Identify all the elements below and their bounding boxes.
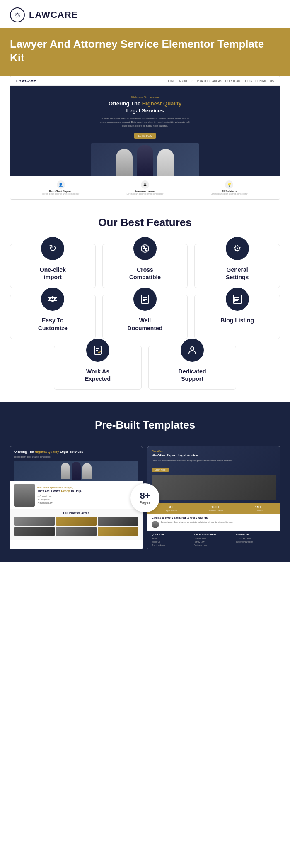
- nav-link-blog: BLOG: [244, 80, 252, 83]
- tpl-stat-advisors: 3+ Legal Advisor: [165, 505, 177, 512]
- tpl-footer-email: info@lawcare.com: [236, 540, 276, 544]
- tpl-practice-img-6: [98, 527, 138, 536]
- support-sub: Lorem ipsum dolor sit amet, consectetur: [42, 193, 79, 195]
- tpl-advice-title: We Offer Expert Legal Advice.: [152, 454, 276, 458]
- tpl-test-text: Lorem ipsum dolor sit amet consectetur a…: [161, 521, 233, 524]
- well-documented-label: WellDocumented: [109, 317, 182, 332]
- tpl-practice-title: Our Practice Areas: [14, 512, 138, 514]
- prebuilt-title: Pre-Built Templates: [10, 419, 280, 432]
- template-card-right: About Us We Offer Expert Legal Advice. L…: [147, 446, 280, 549]
- preview-nav-links: HOME ABOUT US PRACTICE AREAS OUR TEAM BL…: [167, 80, 274, 83]
- hero-band: Lawyer And Attorney Service Elementor Te…: [0, 28, 290, 76]
- tpl-stats-bar: 3+ Legal Advisor 150+ Satisfied Clients …: [147, 503, 280, 514]
- one-click-label: One-clickimport: [16, 266, 89, 281]
- tpl-practice-img-4: [14, 527, 55, 536]
- nav-link-contact: CONTACT US: [255, 80, 274, 83]
- lawyer-sub: Lorem ipsum dolor sit amet, consectetur: [127, 193, 164, 195]
- well-documented-icon: [133, 288, 157, 311]
- nav-link-practice: PRACTICE AREAS: [197, 80, 222, 83]
- preview-logo: LAWCARE: [16, 79, 36, 83]
- tpl-footer-link-criminal: Criminal Law: [194, 537, 234, 540]
- tpl-person-3: [82, 463, 92, 479]
- tpl-learn-more-btn[interactable]: Learn More: [152, 468, 169, 472]
- features-row-3: Work AsExpected DedicatedSupport: [54, 346, 236, 390]
- tpl-footer-phone: +1 234 567 890: [236, 537, 276, 540]
- tpl-left-hero: Offering The Highest Quality Legal Servi…: [10, 446, 143, 481]
- tpl-hero-sub: Lorem ipsum dolor sit amet consectetur.: [14, 456, 138, 458]
- bottom-item-lawyer: ⚖ Awesome Lawyer Lorem ipsum dolor sit a…: [127, 180, 164, 195]
- tpl-stat-clients: 150+ Satisfied Clients: [208, 505, 223, 512]
- feature-work-as-expected: Work AsExpected: [54, 346, 142, 390]
- tpl-hero-image: [14, 461, 138, 481]
- pages-label: Pages: [140, 500, 151, 505]
- tpl-footer-grid: Quick Link Home About Us Practice Areas …: [152, 533, 276, 547]
- preview-hero-image: [91, 143, 199, 176]
- nav-link-team: OUR TEAM: [225, 80, 241, 83]
- features-title: Our Best Features: [10, 216, 280, 229]
- tpl-lawyer-text: We Have Experienced Lawyer, They Are Alw…: [37, 486, 82, 504]
- cross-compatible-label: CrossCompatible: [109, 266, 182, 281]
- tpl-footer-title-3: Contact Us: [236, 533, 276, 536]
- tpl-practice-img-3: [98, 517, 138, 526]
- blog-listing-label: Blog Listing: [201, 317, 274, 324]
- tpl-footer-link-home: Home: [152, 537, 191, 540]
- tpl-test-row: Lorem ipsum dolor sit amet consectetur a…: [152, 521, 276, 528]
- tpl-footer-col-1: Quick Link Home About Us Practice Areas: [152, 533, 191, 547]
- pages-badge: 8+ Pages: [130, 483, 160, 512]
- tpl-footer-link-practice: Practice Areas: [152, 544, 191, 547]
- tpl-practice-img-1: [14, 517, 55, 526]
- tpl-about-section: About Us We Offer Expert Legal Advice. L…: [147, 446, 280, 503]
- person-3: [157, 149, 174, 176]
- tpl-lawyer-subtitle: We Have Experienced Lawyer,: [37, 486, 82, 489]
- header: ⚖ LAWCARE: [0, 0, 290, 28]
- features-section: Our Best Features ↻ One-clickimport Cros…: [0, 200, 290, 402]
- tpl-person-1: [61, 463, 70, 479]
- svg-point-1: [143, 246, 145, 248]
- tpl-lawyer-title: They Are Always Ready To Help.: [37, 490, 82, 493]
- tpl-stat-locations: 19+ Locations: [254, 505, 262, 512]
- tpl-stat-locations-label: Locations: [254, 509, 262, 512]
- preview-bottom-bar: 👤 Best Client Support Lorem ipsum dolor …: [10, 176, 280, 199]
- dedicated-support-label: DedicatedSupport: [155, 368, 230, 383]
- feature-one-click: ↻ One-clickimport: [10, 244, 96, 288]
- feature-well-documented: WellDocumented: [102, 295, 188, 339]
- feature-easy-customize: Easy ToCustomize: [10, 295, 96, 339]
- tpl-footer-col-3: Contact Us +1 234 567 890 info@lawcare.c…: [236, 533, 276, 547]
- preview-hero-sub: Ut enim ad minim veniam, quis nostrud ex…: [99, 117, 191, 127]
- general-settings-icon: ⚙: [226, 237, 249, 260]
- feature-blog-listing: Blog Listing: [194, 295, 280, 339]
- tpl-lawyer-section: We Have Experienced Lawyer, They Are Alw…: [10, 481, 143, 509]
- features-row-1: ↻ One-clickimport CrossCompatible ⚙ Gene…: [10, 244, 280, 288]
- tpl-testimonial: Clients are very satisfied to work with …: [147, 514, 280, 531]
- tpl-stat-locations-num: 19+: [254, 505, 262, 509]
- svg-point-3: [49, 298, 51, 300]
- tpl-test-title: Clients are very satisfied to work with …: [152, 516, 276, 519]
- general-settings-label: GeneralSettings: [201, 266, 274, 281]
- tpl-practice-img-5: [56, 527, 97, 536]
- svg-point-18: [234, 299, 235, 300]
- preview-cta-btn[interactable]: LET'S TALK: [134, 133, 156, 139]
- site-preview: LAWCARE HOME ABOUT US PRACTICE AREAS OUR…: [10, 76, 280, 200]
- svg-point-2: [145, 249, 147, 251]
- tpl-about-label: About Us: [152, 450, 276, 452]
- nav-link-about: ABOUT US: [179, 80, 194, 83]
- tpl-practice-section: Our Practice Areas: [10, 509, 143, 540]
- templates-container: Offering The Highest Quality Legal Servi…: [10, 446, 280, 549]
- person-1: [116, 149, 133, 176]
- one-click-icon: ↻: [41, 237, 64, 260]
- tpl-advice-text: Lorem ipsum dolor sit amet consectetur a…: [152, 459, 276, 462]
- tpl-stat-clients-label: Satisfied Clients: [208, 509, 223, 512]
- easy-customize-icon: [41, 288, 64, 311]
- feature-general-settings: ⚙ GeneralSettings: [194, 244, 280, 288]
- tpl-practice-row1: [14, 517, 138, 526]
- work-as-expected-icon: [86, 339, 109, 362]
- tpl-avatar-1: [152, 521, 159, 528]
- solutions-icon: 💡: [225, 180, 233, 189]
- tpl-stat-clients-num: 150+: [208, 505, 223, 509]
- svg-point-4: [54, 298, 56, 300]
- tpl-footer-title-1: Quick Link: [152, 533, 191, 536]
- lawyer-icon: ⚖: [141, 180, 149, 189]
- svg-point-23: [191, 347, 194, 350]
- preview-hero-title: Offering The Highest QualityLegal Servic…: [16, 100, 274, 115]
- features-row-2: Easy ToCustomize WellDocumented: [10, 295, 280, 339]
